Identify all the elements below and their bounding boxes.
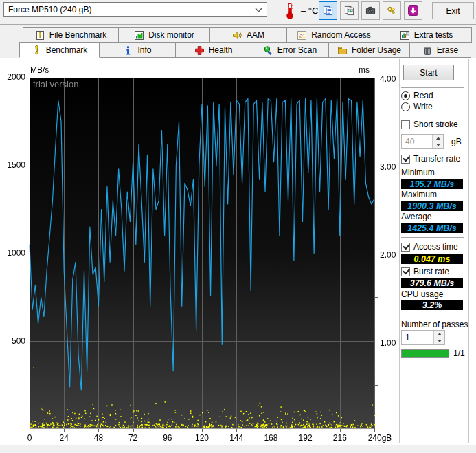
access-time-label: Access time [413,243,458,252]
tab-disk-monitor[interactable]: Disk monitor [118,27,210,43]
benchmark-chart [0,60,398,447]
progress-row: 1/1 [401,349,467,358]
passes-spinner[interactable]: 1 [401,330,445,345]
copy-image-button[interactable] [340,1,359,20]
tab-label: File Benchmark [49,30,106,40]
tab-label: Extra tests [414,30,453,40]
write-radio[interactable] [401,102,410,111]
magnifier-icon [263,45,273,56]
benchmark-controls: Start Read Write Short stroke 40 gB Tran… [401,58,467,358]
exclamation-icon [32,45,42,55]
divider [401,237,464,238]
tab-folder-usage[interactable]: Folder Usage [328,43,410,58]
read-radio-row[interactable]: Read [401,90,467,101]
save-button[interactable] [404,1,422,20]
tab-random-access[interactable]: Random Access [286,27,381,43]
spin-down-button[interactable] [434,338,444,345]
camera-icon [365,5,376,16]
tab-benchmark[interactable]: Benchmark [19,42,100,58]
benchmark-panel: MB/s ms trial version Start Read Write S… [0,58,476,445]
passes-label: Number of passes [401,320,467,329]
keys-icon [387,5,397,16]
tab-extra-tests[interactable]: Extra tests [381,27,472,43]
cpu-usage-value: 3.2% [401,300,463,310]
extra-tests-icon [400,30,410,41]
trial-version-watermark: trial version [33,79,78,89]
tab-strip-bottom: Benchmark Info Health Error Scan Folder … [19,43,471,58]
health-cross-icon [194,45,205,56]
drive-select-dropdown[interactable]: Force MP510 (240 gB) [3,2,267,17]
y-axis-left-unit: MB/s [30,65,49,75]
burst-rate-checkbox[interactable] [401,267,410,276]
cpu-usage-label: CPU usage [401,290,467,299]
screenshot-button[interactable] [361,1,380,20]
short-stroke-size-spinner[interactable]: 40 [401,134,444,149]
transfer-rate-row[interactable]: Transfer rate [401,153,467,164]
start-button[interactable]: Start [403,65,454,80]
divider [401,115,464,115]
spin-down-button[interactable] [433,142,443,149]
drive-select-value: Force MP510 (240 gB) [8,5,91,14]
thermometer-icon [284,2,295,22]
read-radio[interactable] [401,91,410,100]
tab-label: Benchmark [46,45,88,55]
tab-health[interactable]: Health [175,43,251,58]
divider [401,87,464,88]
start-label: Start [420,68,437,78]
copy-text-button[interactable] [319,1,337,20]
chevron-down-icon [255,6,262,14]
disk-monitor-icon [134,30,144,41]
transfer-rate-label: Transfer rate [413,155,460,164]
tab-info[interactable]: Info [99,43,176,58]
tab-aam[interactable]: AAM [209,27,287,43]
read-label: Read [413,91,433,100]
tab-label: AAM [247,30,264,40]
minimum-label: Minimum [401,168,467,177]
burst-rate-row[interactable]: Burst rate [401,266,467,277]
panel-divider [399,59,400,443]
access-time-checkbox[interactable] [401,243,410,252]
toolbar: Force MP510 (240 gB) – °C [0,0,476,25]
spin-up-button[interactable] [434,331,444,338]
short-stroke-row[interactable]: Short stroke [401,119,467,130]
tab-file-benchmark[interactable]: ! File Benchmark [23,27,119,43]
folder-icon [337,45,348,56]
speaker-icon [232,30,242,41]
maximum-value: 1900.3 MB/s [401,201,463,211]
exit-button[interactable]: Exit [432,2,474,19]
options-button[interactable] [383,1,401,20]
spin-up-button[interactable] [433,135,443,142]
tab-label: Error Scan [277,45,317,55]
average-label: Average [401,212,467,221]
copy-text-icon [323,5,333,16]
svg-text:!: ! [39,32,41,39]
tab-label: Disk monitor [148,30,194,40]
burst-rate-label: Burst rate [413,267,449,276]
copy-image-icon [344,5,354,16]
write-radio-row[interactable]: Write [401,101,467,112]
progress-fill [402,350,449,357]
download-arrow-icon [408,5,418,16]
divider [401,166,464,166]
info-icon [123,45,133,56]
panel-right-edge [468,59,469,443]
minimum-value: 195.7 MB/s [401,179,463,189]
tab-erase[interactable]: Erase [409,43,471,58]
access-time-row[interactable]: Access time [401,241,467,252]
progress-bar [401,349,449,358]
tab-error-scan[interactable]: Error Scan [251,43,329,58]
short-stroke-size-value: 40 [402,135,432,148]
transfer-rate-checkbox[interactable] [401,155,410,164]
access-time-value: 0.047 ms [401,254,463,264]
tab-label: Folder Usage [352,45,401,55]
short-stroke-label: Short stroke [413,120,458,129]
tab-label: Erase [437,45,458,55]
passes-value: 1 [402,331,433,344]
average-value: 1425.4 MB/s [401,223,463,233]
short-stroke-checkbox[interactable] [401,120,410,129]
short-stroke-size-row: 40 gB [401,134,467,149]
tab-label: Info [137,45,151,55]
exit-label: Exit [446,6,460,16]
trash-icon [422,45,433,56]
gb-unit-label: gB [451,137,462,146]
